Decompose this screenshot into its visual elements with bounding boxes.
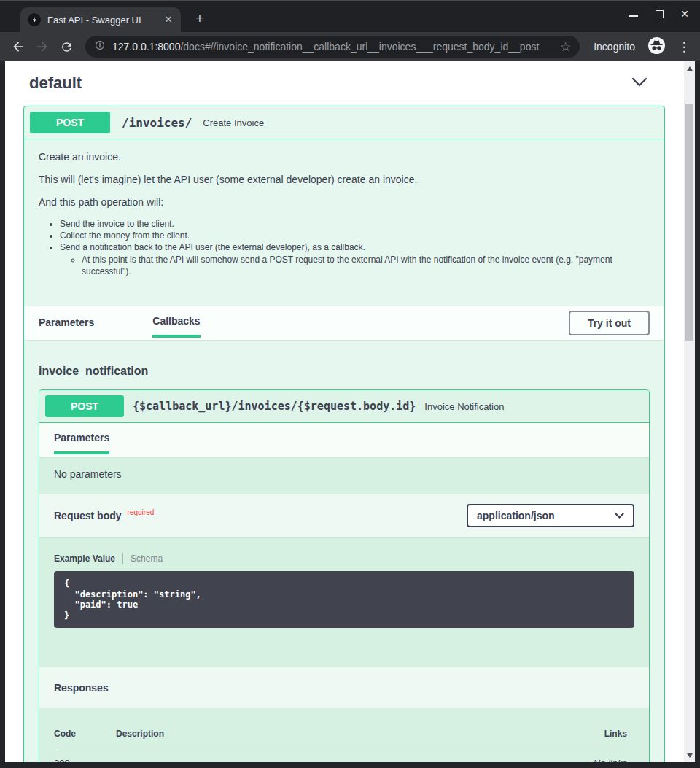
browser-menu-icon[interactable]: ⋮ — [677, 39, 691, 55]
back-icon[interactable] — [9, 37, 28, 56]
reload-icon[interactable] — [57, 37, 76, 56]
url-bar[interactable]: 127.0.0.1:8000/docs#//invoice_notificati… — [85, 36, 580, 58]
responses-table-head: Code Description Links — [54, 729, 627, 750]
maximize-icon[interactable] — [654, 9, 664, 19]
window-controls: ✕ — [629, 9, 690, 19]
browser-window: Fast API - Swagger UI ✕ + ✕ 127.0.0.1:80… — [0, 0, 700, 768]
column-code: Code — [54, 729, 116, 739]
list-item: Send a notification back to the API user… — [60, 242, 650, 277]
response-row-200: 200 Successful Response No links — [54, 750, 627, 762]
page-scrollbar[interactable] — [684, 61, 695, 762]
browser-toolbar: 127.0.0.1:8000/docs#//invoice_notificati… — [0, 32, 700, 61]
description-paragraph: Create an invoice. — [39, 151, 650, 163]
operation-tab-header: Parameters Callbacks Try it out — [24, 306, 664, 340]
tab-title: Fast API - Swagger UI — [47, 15, 155, 26]
incognito-icon — [648, 36, 666, 58]
tab-parameters[interactable]: Parameters — [54, 423, 109, 454]
example-section: Example Value Schema { "description": "s… — [39, 537, 649, 667]
callback-summary: Invoice Notification — [424, 401, 504, 412]
request-body-row: Request bodyrequired application/json — [39, 494, 649, 537]
no-parameters-text: No parameters — [39, 457, 649, 494]
operation-description: Create an invoice. This will (let's imag… — [24, 139, 664, 306]
method-badge: POST — [45, 395, 124, 417]
swagger-page: default POST /invoices/ Create Invoice C… — [5, 61, 684, 762]
required-flag: required — [128, 508, 155, 516]
operation-summary: Create Invoice — [203, 117, 264, 128]
description-sublist: At this point is that the API will someh… — [82, 254, 650, 277]
browser-tab[interactable]: Fast API - Swagger UI ✕ — [20, 7, 181, 32]
chevron-down-icon[interactable] — [631, 77, 648, 90]
operation-path: /invoices/ — [122, 116, 192, 130]
page-viewport: default POST /invoices/ Create Invoice C… — [5, 61, 695, 762]
try-it-out-button[interactable]: Try it out — [569, 311, 650, 335]
tab-close-icon[interactable]: ✕ — [162, 13, 175, 26]
list-item: At this point is that the API will someh… — [82, 254, 650, 277]
responses-table: Code Description Links 200 Successful Re… — [39, 708, 649, 762]
url-host: 127.0.0.1:8000 — [112, 41, 180, 53]
description-paragraph: This will (let's imagine) let the API us… — [39, 174, 650, 185]
callback-path: {$callback_url}/invoices/{$request.body.… — [133, 400, 416, 413]
default-section-header[interactable]: default — [23, 61, 665, 101]
request-body-label: Request bodyrequired — [54, 510, 154, 521]
scroll-down-icon[interactable] — [684, 750, 695, 761]
fastapi-favicon-icon — [28, 13, 41, 26]
tab-callbacks[interactable]: Callbacks — [152, 306, 200, 338]
column-description: Description — [116, 729, 569, 739]
tab-parameters[interactable]: Parameters — [39, 306, 94, 340]
window-close-icon[interactable]: ✕ — [680, 9, 690, 19]
scroll-up-icon[interactable] — [684, 63, 695, 74]
callback-tab-header: Parameters — [39, 423, 649, 457]
callbacks-section: invoice_notification POST {$callback_url… — [24, 340, 664, 762]
list-item: Send the invoice to the client. — [60, 219, 650, 229]
forward-icon[interactable] — [33, 37, 52, 56]
content-type-value: application/json — [477, 510, 555, 521]
incognito-label: Incognito — [594, 41, 635, 53]
url-text: 127.0.0.1:8000/docs#//invoice_notificati… — [112, 41, 553, 53]
callback-opblock: POST {$callback_url}/invoices/{$request.… — [39, 389, 650, 762]
response-links: No links — [569, 758, 627, 762]
model-tabs: Example Value Schema — [54, 553, 634, 564]
responses-heading: Responses — [39, 667, 649, 708]
url-path: /docs#//invoice_notification__callback_u… — [180, 41, 539, 53]
method-badge: POST — [30, 112, 110, 133]
tab-schema[interactable]: Schema — [131, 554, 163, 564]
tab-divider — [122, 553, 123, 564]
browser-tab-strip: Fast API - Swagger UI ✕ + ✕ — [0, 0, 700, 32]
site-info-icon[interactable] — [94, 39, 106, 54]
post-invoices-opblock: POST /invoices/ Create Invoice Create an… — [23, 106, 665, 762]
column-links: Links — [569, 729, 627, 739]
section-title: default — [29, 74, 82, 93]
description-list: Send the invoice to the client. Collect … — [60, 219, 650, 277]
minimize-icon[interactable] — [629, 9, 639, 19]
callback-opblock-header[interactable]: POST {$callback_url}/invoices/{$request.… — [39, 390, 649, 423]
callback-heading: invoice_notification — [39, 340, 650, 389]
list-item: Collect the money from the client. — [60, 230, 650, 241]
select-chevron-icon — [615, 510, 624, 521]
scrollbar-thumb[interactable] — [685, 104, 693, 341]
example-code-block: { "description": "string", "paid": true … — [54, 571, 634, 628]
bookmark-star-icon[interactable]: ☆ — [560, 39, 571, 55]
new-tab-button[interactable]: + — [190, 9, 210, 29]
description-paragraph: And this path operation will: — [39, 196, 650, 208]
content-type-select[interactable]: application/json — [467, 504, 634, 527]
response-code: 200 — [54, 758, 116, 762]
tab-example-value[interactable]: Example Value — [54, 554, 115, 564]
post-invoices-header[interactable]: POST /invoices/ Create Invoice — [24, 106, 664, 139]
